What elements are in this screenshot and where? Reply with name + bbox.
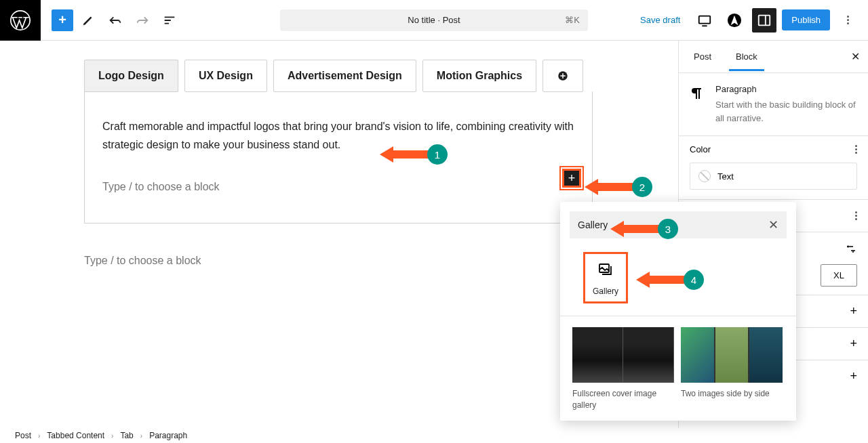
color-panel-header[interactable]: Color bbox=[679, 135, 868, 163]
document-title: No title · Post bbox=[408, 15, 460, 25]
block-breadcrumb: Post› Tabbed Content› Tab› Paragraph bbox=[0, 428, 187, 443]
svg-rect-3 bbox=[759, 15, 770, 25]
annotation-3: 3 bbox=[610, 219, 678, 239]
color-swatch-icon bbox=[698, 170, 711, 182]
svg-rect-1 bbox=[699, 16, 711, 23]
tab-motion-graphics[interactable]: Motion Graphics bbox=[422, 60, 536, 92]
tab-post-settings[interactable]: Post bbox=[687, 42, 718, 71]
annotation-2: 2 bbox=[585, 177, 652, 197]
view-desktop-icon[interactable] bbox=[692, 8, 717, 33]
block-info: Paragraph Start with the basic building … bbox=[679, 73, 868, 135]
pattern-fullscreen-gallery[interactable]: Fullscreen cover image gallery bbox=[572, 327, 674, 411]
clear-search-icon[interactable]: ✕ bbox=[768, 217, 778, 232]
astra-icon[interactable] bbox=[722, 8, 747, 33]
expand-icon[interactable]: + bbox=[850, 304, 857, 318]
annotation-1: 1 bbox=[380, 144, 448, 165]
document-overview-icon[interactable] bbox=[157, 8, 182, 33]
tab-panel: Craft memorable and impactful logos that… bbox=[84, 91, 593, 224]
settings-sidebar-toggle-icon[interactable] bbox=[752, 8, 776, 33]
undo-icon[interactable] bbox=[103, 8, 127, 33]
gallery-block-option[interactable]: Gallery bbox=[583, 252, 628, 303]
breadcrumb-item[interactable]: Tab bbox=[120, 431, 133, 440]
publish-button[interactable]: Publish bbox=[782, 9, 830, 30]
kbd-shortcut: ⌘K bbox=[565, 15, 580, 25]
text-color-row[interactable]: Text bbox=[690, 163, 857, 190]
tabbed-content-tabs: Logo Design UX Design Advertisement Desi… bbox=[84, 60, 678, 92]
gallery-icon bbox=[597, 261, 614, 277]
block-placeholder[interactable]: Type / to choose a block bbox=[102, 181, 574, 193]
close-sidebar-icon[interactable]: ✕ bbox=[851, 50, 860, 63]
tab-advertisement-design[interactable]: Advertisement Design bbox=[273, 60, 416, 92]
tab-block-settings[interactable]: Block bbox=[729, 42, 764, 71]
document-title-bar[interactable]: No title · Post ⌘K bbox=[280, 9, 588, 31]
breadcrumb-item[interactable]: Paragraph bbox=[149, 431, 187, 440]
paragraph-block[interactable]: Craft memorable and impactful logos that… bbox=[102, 117, 574, 154]
redo-icon[interactable] bbox=[130, 8, 155, 33]
editor-toolbar: + No title · Post ⌘K Save draft Publish bbox=[0, 0, 868, 41]
add-tab-button[interactable] bbox=[542, 60, 583, 92]
breadcrumb-item[interactable]: Tabbed Content bbox=[47, 431, 104, 440]
block-inserter-button[interactable]: + bbox=[52, 9, 73, 31]
size-xl-button[interactable]: XL bbox=[821, 264, 857, 287]
save-draft-button[interactable]: Save draft bbox=[633, 11, 687, 29]
wordpress-logo[interactable] bbox=[0, 0, 41, 41]
paragraph-icon bbox=[690, 85, 706, 102]
breadcrumb-item[interactable]: Post bbox=[15, 431, 31, 440]
pattern-two-images[interactable]: Two images side by side bbox=[681, 327, 783, 411]
tab-logo-design[interactable]: Logo Design bbox=[84, 60, 178, 92]
block-inserter-popover: Gallery ✕ Gallery Fullscreen cover image… bbox=[560, 202, 796, 421]
block-type-desc: Start with the basic building block of a… bbox=[715, 98, 857, 125]
block-type-name: Paragraph bbox=[715, 84, 857, 94]
add-block-button[interactable]: + bbox=[562, 169, 581, 188]
expand-icon[interactable]: + bbox=[850, 369, 857, 383]
sliders-icon[interactable] bbox=[845, 242, 857, 255]
annotation-4: 4 bbox=[636, 270, 704, 290]
more-options-icon[interactable] bbox=[855, 211, 857, 220]
tab-ux-design[interactable]: UX Design bbox=[184, 60, 267, 92]
color-options-icon[interactable] bbox=[855, 145, 857, 154]
inserter-search-input[interactable]: Gallery ✕ bbox=[570, 211, 787, 238]
expand-icon[interactable]: + bbox=[850, 337, 857, 351]
options-menu-icon[interactable] bbox=[835, 8, 860, 33]
edit-icon[interactable] bbox=[76, 8, 100, 33]
